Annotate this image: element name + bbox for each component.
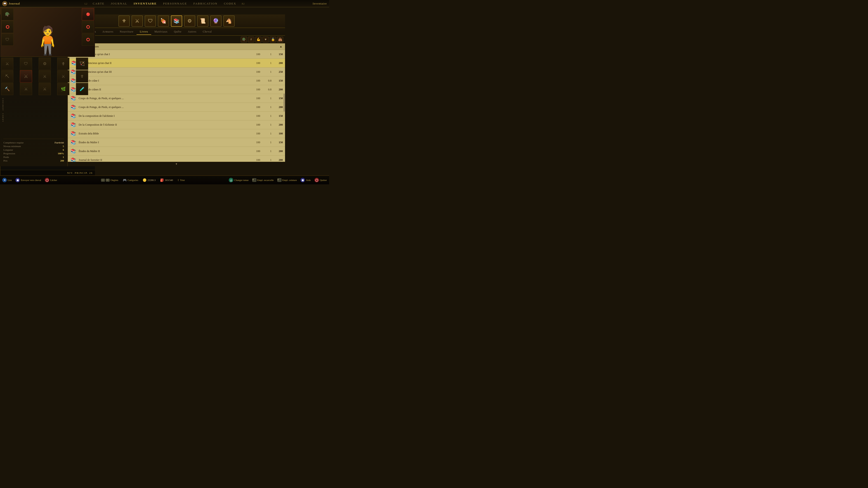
- list-item-val1: 100: [249, 97, 260, 100]
- list-item[interactable]: 📚 Journal de forestier II 100 1 200: [68, 156, 285, 162]
- sort-hash-icon[interactable]: #: [248, 37, 254, 42]
- cat-books[interactable]: 📚: [171, 15, 182, 27]
- cat-all[interactable]: ⚜: [119, 15, 130, 27]
- list-item[interactable]: 📚 Briseurs de crâne I 100 0.8 150: [68, 76, 285, 85]
- list-item-val3: 200: [272, 61, 283, 65]
- list-item[interactable]: 📚 Briseurs de crânes II 100 0.8 200: [68, 85, 285, 94]
- nav-personnage[interactable]: PERSONNAGE: [162, 1, 188, 6]
- list-item-val1: 100: [249, 105, 260, 109]
- sort-heart-icon[interactable]: ♥: [262, 37, 269, 42]
- tabs-row: Toutes Armes Armures Nourriture Livres M…: [68, 28, 285, 36]
- cat-quest[interactable]: 📜: [197, 15, 209, 27]
- list-item[interactable]: 📚 Extraits dela Bible 100 1 100: [68, 129, 285, 138]
- btn-sq[interactable]: ▣: [16, 178, 20, 182]
- item-list-container[interactable]: Livres de compétences ▲ 📚 Aussi silencie…: [68, 43, 285, 162]
- tab-quete[interactable]: Quête: [170, 29, 185, 35]
- list-item-val2: 0.8: [260, 88, 272, 91]
- tab-autres[interactable]: Autres: [185, 29, 199, 35]
- nav-carte[interactable]: CARTE: [92, 1, 105, 6]
- list-item[interactable]: 📚 Aussi silencieux qu'un chat II 100 1 2…: [68, 59, 285, 68]
- btn-circle-quit[interactable]: ◯: [314, 178, 319, 182]
- list-item-name: Études du Maître II: [79, 150, 249, 153]
- equip-slot-3[interactable]: 🗡: [57, 58, 69, 70]
- equip-slot-7[interactable]: ⚔: [39, 70, 51, 83]
- weight-display: 🎒 303/340: [160, 178, 173, 182]
- list-item-name: Coups de Poings, de Pieds, et quelques .…: [79, 97, 249, 100]
- tab-nourriture[interactable]: Nourriture: [117, 29, 137, 35]
- cat-armor[interactable]: 🛡: [145, 15, 156, 27]
- sort-row: ☰ A Z 🪖 # 💪 ♥ 🔒 👜: [68, 36, 285, 43]
- sort-bag-icon[interactable]: 👜: [277, 37, 283, 42]
- equip-slot-0[interactable]: ⚔: [1, 58, 13, 70]
- btn-circle[interactable]: ◯: [45, 178, 49, 182]
- btn-x[interactable]: ✕: [2, 178, 7, 182]
- equip-slot-2[interactable]: ⚙: [39, 58, 51, 70]
- slot-ring3[interactable]: ⭕: [82, 33, 94, 46]
- l2-bracket: L2: [85, 2, 87, 5]
- nav-journal[interactable]: JOURNAL: [110, 1, 128, 6]
- equip-slot-13[interactable]: 🌿: [57, 83, 69, 95]
- section-arrow: ▲: [279, 45, 282, 48]
- btn-r1[interactable]: R1: [106, 179, 110, 182]
- list-item-name: Extraits dela Bible: [79, 132, 249, 135]
- cat-food[interactable]: 🍖: [158, 15, 169, 27]
- btn-sq-aide[interactable]: ▣: [301, 178, 305, 182]
- list-item-val1: 100: [249, 141, 260, 144]
- sort-strength-icon[interactable]: 💪: [255, 37, 261, 42]
- list-item[interactable]: 📚 De la Composition de l'Alchimie II 100…: [68, 121, 285, 129]
- equip-slot-9[interactable]: 🗡: [76, 70, 88, 83]
- btn-r2[interactable]: R: [277, 178, 281, 182]
- tab-armures[interactable]: Armures: [99, 29, 117, 35]
- equip-slot-1[interactable]: 🛡: [20, 58, 32, 70]
- list-item[interactable]: 📚 Coups de Poings, de Pieds, et quelques…: [68, 103, 285, 111]
- list-item[interactable]: 📚 De la composition de l'alchimie I 100 …: [68, 111, 285, 121]
- equip-slot-12[interactable]: ⚔: [39, 83, 51, 95]
- action-envoyer: ▣ Envoyer vers cheval: [16, 178, 41, 182]
- list-item-icon: 📚: [70, 113, 76, 119]
- cat-horse[interactable]: 🐴: [223, 15, 235, 27]
- character-display: 🧍 🪖 ⭕ 🛡 🔴 ⭕ ⭕: [0, 7, 95, 57]
- slot-amulet[interactable]: ⭕: [1, 21, 13, 33]
- stat-prix: Prix 200: [3, 159, 64, 162]
- equip-slot-6[interactable]: ⚔: [20, 70, 32, 83]
- cat-weapons[interactable]: ⚔: [131, 15, 143, 27]
- list-item[interactable]: 📚 Études du Maître I 100 1 150: [68, 138, 285, 147]
- equip-slot-8[interactable]: ⚔: [57, 70, 69, 83]
- sort-helmet-icon[interactable]: 🪖: [241, 37, 247, 42]
- list-item[interactable]: 📚 Aussi silencieux qu'un chat I 100 1 15…: [68, 50, 285, 59]
- list-item-val3: 200: [272, 88, 283, 91]
- btn-r-esc[interactable]: R: [252, 178, 256, 182]
- stat-longueur: Longueur 6: [3, 149, 64, 151]
- tab-cheval[interactable]: Cheval: [199, 29, 215, 35]
- slot-ring2[interactable]: ⭕: [82, 21, 94, 33]
- niv-princip: NIV. PRINCIP. 26: [67, 171, 93, 174]
- sort-lock-icon[interactable]: 🔒: [270, 37, 276, 42]
- equip-slot-4[interactable]: 🏹: [76, 58, 88, 70]
- slot-ring1[interactable]: 🔴: [82, 8, 94, 20]
- btn-tri[interactable]: △: [229, 178, 233, 182]
- list-item[interactable]: 📚 Études du Maître II 100 1 200: [68, 147, 285, 156]
- list-item-icon: 📚: [70, 122, 76, 128]
- list-item-val2: 1: [260, 123, 272, 127]
- list-item-name: Études du Maître I: [79, 141, 249, 144]
- cat-other[interactable]: 🔮: [210, 15, 221, 27]
- cat-materials[interactable]: ⚙: [184, 15, 195, 27]
- slot-head[interactable]: 🪖: [1, 8, 13, 20]
- nav-inventaire[interactable]: INVENTAIRE: [133, 1, 158, 6]
- list-item-val2: 1: [260, 53, 272, 56]
- tab-materiaux[interactable]: Matériaux: [151, 29, 170, 35]
- action-escarcelle-label: Empl. escarcelle: [257, 179, 274, 182]
- nav-fabrication[interactable]: FABRICATION: [192, 1, 218, 6]
- list-item[interactable]: 📚 Aussi silencieux qu'un chat III 100 1 …: [68, 68, 285, 76]
- equip-slot-11[interactable]: ⚔: [20, 83, 32, 95]
- nav-codex[interactable]: CODEX: [223, 1, 237, 6]
- equip-slot-5[interactable]: ⛏: [1, 70, 13, 83]
- list-item-val3: 100: [272, 132, 283, 135]
- equip-slot-14[interactable]: 🧪: [76, 83, 88, 95]
- tab-livres[interactable]: Livres: [136, 29, 151, 35]
- slot-body[interactable]: 🛡: [1, 33, 13, 46]
- btn-l1[interactable]: L1: [101, 179, 105, 182]
- equip-slot-10[interactable]: 🔨: [1, 83, 13, 95]
- list-item[interactable]: 📚 Coups de Poings, de Pieds, et quelques…: [68, 94, 285, 103]
- niv-princip-bar: NIV. PRINCIP. 26: [0, 170, 95, 175]
